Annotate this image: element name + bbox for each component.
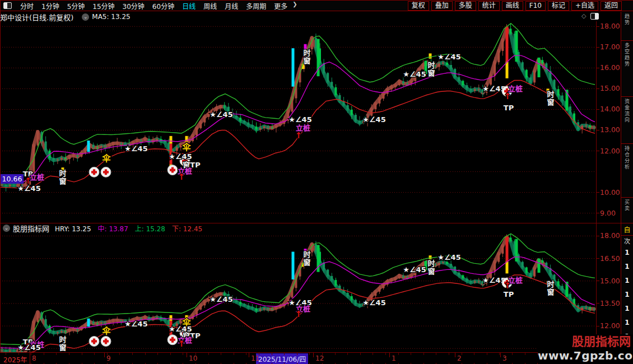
period-tab-更多[interactable]: 更多 (274, 1, 287, 11)
watchlist-item[interactable]: 1 (621, 288, 633, 302)
angle45-signal: ★∠45 (124, 144, 147, 153)
chart-label: TP (504, 290, 514, 298)
angle45-signal: ★∠45 (210, 110, 232, 119)
ma5-value: MA5: 13.25 (92, 13, 130, 21)
left-frame (0, 1, 1, 364)
sidebar-tab-self[interactable]: 自 (621, 223, 633, 236)
period-tab-日线[interactable]: 日线 (182, 1, 196, 11)
window-split-icon[interactable] (590, 13, 599, 20)
umbrella-signal: 伞 (101, 326, 111, 336)
indicator-header: ⌄ 股朋指标网 HRY: 13.25中: 13.87上: 15.28下: 12.… (0, 224, 209, 232)
top-toolbar: 分时1分钟5分钟15分钟30分钟60分钟日线周线月线多周期更多❯ 复权叠加多股统… (0, 1, 633, 11)
month-label: 8 (32, 354, 36, 362)
main-chart-header: 郑中设计(日线.前复权) ⌄ MA5: 13.25 (0, 12, 137, 21)
axis-label: 12.00 (600, 147, 622, 155)
chart-label: TP (504, 104, 514, 112)
umbrella-signal: 伞 (181, 142, 191, 152)
red-cross-signal-icon (101, 336, 111, 346)
collapse-chevron-icon[interactable]: ⌄ (3, 225, 10, 232)
year-label: 2025年 (3, 354, 27, 364)
watchlist-item[interactable]: 1 (621, 260, 633, 274)
sidebar-tab-next[interactable]: 次 (621, 236, 633, 246)
sidebar-tab[interactable]: 买卖 (621, 198, 633, 223)
period-tab-多周期[interactable]: 多周期 (246, 1, 266, 11)
sidebar-tab[interactable]: 趋势 (621, 12, 633, 41)
toolbar-button-标记[interactable]: 标记 (548, 1, 569, 11)
period-tab-1分钟[interactable]: 1分钟 (41, 1, 59, 11)
axis-label: 15.00 (600, 277, 622, 285)
time-window-label: 时窗 (59, 169, 66, 185)
sidebar-tab-label: 买卖 (623, 198, 631, 223)
toolbar-button-复权[interactable]: 复权 (408, 1, 429, 11)
buy-arrow-signal: ↑ (295, 309, 302, 319)
period-tab-15分钟[interactable]: 15分钟 (92, 1, 114, 11)
indicator-value: 上: 15.28 (135, 225, 165, 233)
month-label: 3 (502, 354, 507, 362)
sidebar-tab[interactable]: 多空趋势 (621, 41, 633, 97)
watchlist-item[interactable]: 1 (621, 274, 633, 288)
panel-layout-icon[interactable] (3, 2, 12, 9)
buy-arrow-signal: ↑ (178, 172, 185, 182)
watchlist-item[interactable]: 1 (621, 302, 633, 316)
indicator-value: 下: 12.45 (172, 225, 202, 233)
buy-arrow-signal: ↑ (295, 130, 302, 141)
period-tab-5分钟[interactable]: 5分钟 (67, 1, 85, 11)
time-window-label: 时窗 (547, 280, 554, 296)
umbrella-signal: 伞 (101, 153, 111, 164)
axis-label: 18.00 (600, 22, 622, 30)
axis-label: 13.50 (600, 299, 622, 307)
period-tabs: 分时1分钟5分钟15分钟30分钟60分钟日线周线月线多周期更多❯ (16, 1, 297, 11)
diamond-icon[interactable]: ◇ (581, 12, 586, 20)
toolbar-button-叠加[interactable]: 叠加 (431, 1, 453, 11)
toolbar-button-+自选[interactable]: +自选 (571, 1, 598, 11)
toolbar-button-画线[interactable]: 画线 (502, 1, 523, 11)
axis-label: 13.00 (600, 125, 622, 134)
main-candlestick-chart[interactable]: TP立桩↑★∠45时窗伞★∠45伞★∠45窗TP立桩↑★∠45时窗★∠45立桩↑… (0, 21, 596, 225)
time-axis: 2025年 2025/11/06/四 89101112123 (0, 353, 621, 364)
axis-label: 9.00 (600, 209, 622, 217)
collapse-chevron-icon[interactable]: ⌄ (82, 13, 89, 21)
angle45-signal: ★∠45 (17, 343, 40, 352)
site-watermark: 股朋指标网 www.7gpzb.com (538, 334, 633, 364)
period-tab-月线[interactable]: 月线 (225, 1, 238, 11)
sidebar-tab[interactable]: 持仓分析 (621, 144, 633, 198)
toolbar-button-返回[interactable]: 返回 (601, 1, 622, 11)
month-label: 12 (315, 354, 324, 362)
month-label: 9 (106, 354, 111, 362)
axis-label: 15.00 (600, 84, 622, 92)
sidebar-tab-label: 持仓分析 (623, 144, 631, 197)
month-label: 1 (392, 354, 396, 362)
axis-label: 17.00 (600, 43, 622, 51)
hry-indicator-chart[interactable]: TP立桩↑★∠45时窗伞★∠45伞★∠45窗TP立桩↑★∠45时窗★∠45立桩↑… (0, 233, 596, 352)
stock-title: 郑中设计(日线.前复权) (0, 12, 73, 22)
time-window-label: 时窗 (427, 259, 435, 276)
header-corner-icons: ◇ (581, 12, 599, 20)
sidebar-tab[interactable]: 资金流向 (621, 97, 633, 144)
period-tab-分时[interactable]: 分时 (20, 1, 34, 11)
angle45-signal: ★∠45 (124, 320, 147, 328)
angle45-signal: ★∠45 (17, 184, 40, 193)
angle45-signal: ★∠45 (288, 115, 311, 124)
right-sidebar: 趋势多空趋势资金流向持仓分析买卖自次11111111 (621, 12, 633, 364)
toolbar-button-统计[interactable]: 统计 (478, 1, 500, 11)
time-window-label: 时窗 (59, 335, 66, 352)
watchlist-item[interactable]: 1 (621, 246, 633, 260)
red-cross-signal-icon (167, 165, 178, 175)
red-cross-signal-icon (89, 336, 99, 346)
toolbar-button-F10[interactable]: F10 (525, 1, 546, 11)
crosshair-date-badge: 2025/11/06/四 (256, 353, 308, 364)
axis-label: 12.00 (600, 321, 622, 330)
period-tab-60分钟[interactable]: 60分钟 (152, 1, 174, 11)
toolbar-button-多股[interactable]: 多股 (455, 1, 476, 11)
axis-label: 14.00 (600, 105, 622, 113)
month-label: 2 (457, 354, 462, 362)
period-tab-周线[interactable]: 周线 (203, 1, 217, 11)
time-window-label: 时窗 (303, 49, 310, 65)
indicator-values: HRY: 13.25中: 13.87上: 15.28下: 12.45 (55, 223, 209, 233)
watchlist-item[interactable]: 1 (621, 316, 633, 330)
red-cross-signal-icon (89, 167, 99, 177)
time-window-label: 时窗 (547, 90, 554, 106)
period-tab-30分钟[interactable]: 30分钟 (123, 1, 145, 11)
sidebar-tab-label: 多空趋势 (623, 41, 631, 96)
red-cross-signal-icon (101, 167, 111, 177)
